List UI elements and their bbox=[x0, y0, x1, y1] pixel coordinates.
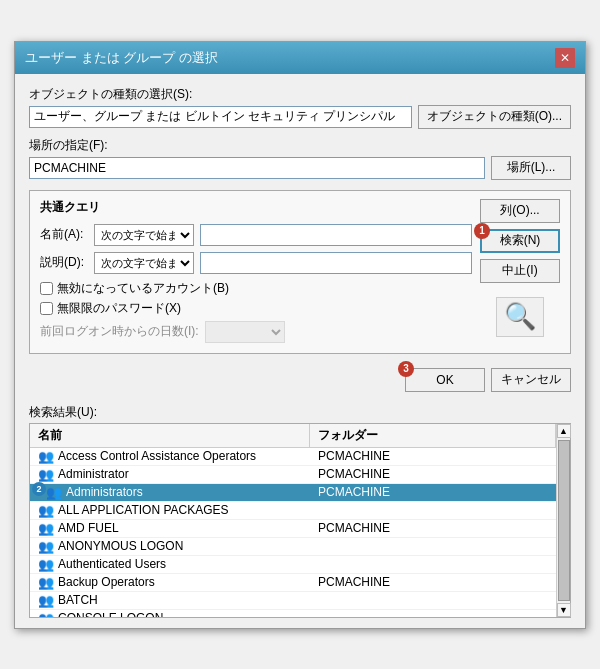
results-label: 検索結果(U): bbox=[15, 400, 585, 423]
table-row[interactable]: 👥CONSOLE LOGON bbox=[30, 610, 556, 617]
table-row[interactable]: 👥BATCH bbox=[30, 592, 556, 610]
query-content-row: 共通クエリ 名前(A): 次の文字で始まる 説明(D): 次の文字で始まる bbox=[40, 199, 560, 343]
result-folder-cell bbox=[310, 509, 556, 511]
user-group-icon: 👥 bbox=[38, 450, 54, 463]
table-row[interactable]: 👥Access Control Assistance OperatorsPCMA… bbox=[30, 448, 556, 466]
user-group-icon: 👥 bbox=[46, 486, 62, 499]
user-group-icon: 👥 bbox=[38, 576, 54, 589]
bottom-bar: 3 OK キャンセル bbox=[15, 362, 585, 400]
days-label: 前回ログオン時からの日数(I): bbox=[40, 323, 199, 340]
user-group-icon: 👥 bbox=[38, 558, 54, 571]
search-magnifier-icon: 🔍 bbox=[504, 301, 536, 332]
dialog-window: ユーザー または グループ の選択 ✕ オブジェクトの種類の選択(S): オブジ… bbox=[14, 41, 586, 629]
table-row[interactable]: 👥Authenticated Users bbox=[30, 556, 556, 574]
close-button[interactable]: ✕ bbox=[555, 48, 575, 68]
table-row[interactable]: 👥ANONYMOUS LOGON bbox=[30, 538, 556, 556]
query-desc-row: 説明(D): 次の文字で始まる bbox=[40, 252, 472, 274]
disabled-account-checkbox[interactable] bbox=[40, 282, 53, 295]
days-row: 前回ログオン時からの日数(I): bbox=[40, 321, 472, 343]
result-name-cell: 👥BATCH bbox=[30, 592, 310, 608]
table-row[interactable]: 2👥AdministratorsPCMACHINE bbox=[30, 484, 556, 502]
disabled-account-row: 無効になっているアカウント(B) bbox=[40, 280, 472, 297]
result-name-text: ANONYMOUS LOGON bbox=[58, 539, 183, 553]
object-type-row: オブジェクトの種類(O)... bbox=[29, 105, 571, 129]
results-header: 名前 フォルダー bbox=[30, 424, 556, 448]
col-button[interactable]: 列(O)... bbox=[480, 199, 560, 223]
table-row[interactable]: 👥Backup OperatorsPCMACHINE bbox=[30, 574, 556, 592]
results-container: 名前 フォルダー 👥Access Control Assistance Oper… bbox=[29, 423, 571, 618]
name-label: 名前(A): bbox=[40, 226, 88, 243]
table-row[interactable]: 👥ALL APPLICATION PACKAGES bbox=[30, 502, 556, 520]
name-input[interactable] bbox=[200, 224, 472, 246]
result-name-text: BATCH bbox=[58, 593, 98, 607]
table-row[interactable]: 👥AdministratorPCMACHINE bbox=[30, 466, 556, 484]
object-type-label: オブジェクトの種類の選択(S): bbox=[29, 86, 571, 103]
dialog-body: オブジェクトの種類の選択(S): オブジェクトの種類(O)... 場所の指定(F… bbox=[15, 74, 585, 362]
search-icon-button[interactable]: 🔍 bbox=[496, 297, 544, 337]
result-name-text: Backup Operators bbox=[58, 575, 155, 589]
no-expiry-checkbox[interactable] bbox=[40, 302, 53, 315]
location-input-wrap bbox=[29, 157, 485, 179]
query-form-area: 共通クエリ 名前(A): 次の文字で始まる 説明(D): 次の文字で始まる bbox=[40, 199, 472, 343]
row-badge: 2 bbox=[32, 482, 46, 496]
result-name-cell: 👥Administrator bbox=[30, 466, 310, 482]
cancel-button[interactable]: キャンセル bbox=[491, 368, 571, 392]
user-group-icon: 👥 bbox=[38, 468, 54, 481]
result-name-text: Administrators bbox=[66, 485, 143, 499]
user-group-icon: 👥 bbox=[38, 540, 54, 553]
object-type-button[interactable]: オブジェクトの種類(O)... bbox=[418, 105, 571, 129]
user-group-icon: 👥 bbox=[38, 594, 54, 607]
result-folder-cell bbox=[310, 545, 556, 547]
result-folder-cell: PCMACHINE bbox=[310, 484, 556, 500]
user-group-icon: 👥 bbox=[38, 612, 54, 617]
ok-button[interactable]: 3 OK bbox=[405, 368, 485, 392]
no-expiry-label: 無限限のパスワード(X) bbox=[57, 300, 181, 317]
result-name-cell: 👥CONSOLE LOGON bbox=[30, 610, 310, 617]
location-field: 場所の指定(F): 場所(L)... bbox=[29, 137, 571, 180]
right-buttons-area: 列(O)... 1 検索(N) 中止(I) 🔍 bbox=[480, 199, 560, 343]
location-input[interactable] bbox=[29, 157, 485, 179]
result-name-text: Administrator bbox=[58, 467, 129, 481]
user-group-icon: 👥 bbox=[38, 522, 54, 535]
desc-select[interactable]: 次の文字で始まる bbox=[94, 252, 194, 274]
results-list: 👥Access Control Assistance OperatorsPCMA… bbox=[30, 448, 556, 617]
dialog-title: ユーザー または グループ の選択 bbox=[25, 49, 218, 67]
scroll-up-arrow[interactable]: ▲ bbox=[557, 424, 571, 438]
result-name-text: CONSOLE LOGON bbox=[58, 611, 163, 617]
results-inner: 名前 フォルダー 👥Access Control Assistance Oper… bbox=[30, 424, 556, 617]
result-name-text: ALL APPLICATION PACKAGES bbox=[58, 503, 229, 517]
result-folder-cell bbox=[310, 599, 556, 601]
stop-button[interactable]: 中止(I) bbox=[480, 259, 560, 283]
result-name-cell: 👥ANONYMOUS LOGON bbox=[30, 538, 310, 554]
col-name-header: 名前 bbox=[30, 424, 310, 447]
ok-label: OK bbox=[436, 373, 453, 387]
location-row: 場所(L)... bbox=[29, 156, 571, 180]
result-name-text: AMD FUEL bbox=[58, 521, 119, 535]
title-bar: ユーザー または グループ の選択 ✕ bbox=[15, 42, 585, 74]
scroll-thumb[interactable] bbox=[558, 440, 570, 601]
search-button[interactable]: 1 検索(N) bbox=[480, 229, 560, 253]
scrollbar: ▲ ▼ bbox=[556, 424, 570, 617]
result-name-text: Authenticated Users bbox=[58, 557, 166, 571]
result-folder-cell: PCMACHINE bbox=[310, 466, 556, 482]
user-group-icon: 👥 bbox=[38, 504, 54, 517]
ok-badge: 3 bbox=[398, 361, 414, 377]
table-row[interactable]: 👥AMD FUELPCMACHINE bbox=[30, 520, 556, 538]
result-name-cell: 👥Backup Operators bbox=[30, 574, 310, 590]
result-folder-cell bbox=[310, 563, 556, 565]
result-name-cell: 👥Access Control Assistance Operators bbox=[30, 448, 310, 464]
result-name-cell: 👥ALL APPLICATION PACKAGES bbox=[30, 502, 310, 518]
name-select[interactable]: 次の文字で始まる bbox=[94, 224, 194, 246]
result-folder-cell: PCMACHINE bbox=[310, 448, 556, 464]
result-name-cell: 👥AMD FUEL bbox=[30, 520, 310, 536]
days-select[interactable] bbox=[205, 321, 285, 343]
result-folder-cell: PCMACHINE bbox=[310, 574, 556, 590]
result-folder-cell: PCMACHINE bbox=[310, 520, 556, 536]
location-button[interactable]: 場所(L)... bbox=[491, 156, 571, 180]
disabled-account-label: 無効になっているアカウント(B) bbox=[57, 280, 229, 297]
search-button-label: 検索(N) bbox=[500, 233, 541, 247]
scroll-down-arrow[interactable]: ▼ bbox=[557, 603, 571, 617]
desc-input[interactable] bbox=[200, 252, 472, 274]
result-name-text: Access Control Assistance Operators bbox=[58, 449, 256, 463]
object-type-input[interactable] bbox=[29, 106, 412, 128]
